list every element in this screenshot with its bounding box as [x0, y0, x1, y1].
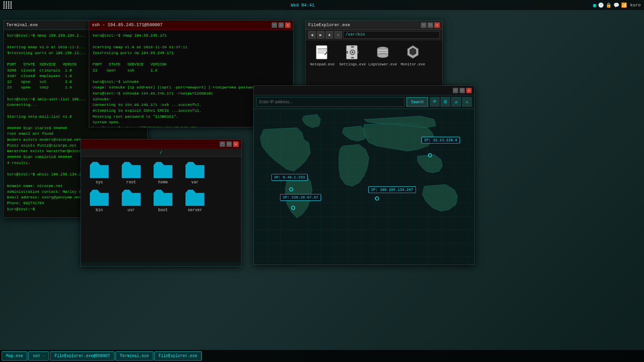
svg-rect-9: [346, 51, 348, 54]
folder-sys-label: sys: [96, 180, 103, 185]
taskbar-ssh[interactable]: ssh -: [28, 351, 49, 361]
nav-forward-btn[interactable]: ▶: [317, 31, 324, 39]
svg-rect-0: [316, 46, 327, 59]
folder-boot-icon: [154, 190, 172, 206]
topbar-right: ▣ 🕐 🔒 💬 📶 kuro: [593, 2, 641, 8]
folder-sys[interactable]: sys: [86, 162, 113, 185]
file-settings[interactable]: Settings.exe: [339, 44, 366, 66]
system-tray: ▣ 🕐 🔒 💬 📶 kuro: [593, 2, 641, 8]
folder-var[interactable]: var: [181, 162, 208, 185]
folder-root-label: root: [126, 180, 136, 185]
taskbar: Map.exe ssh - FileExplorer.exe@500007 Te…: [0, 350, 644, 362]
fileexp-main-minimize[interactable]: ─: [421, 22, 426, 28]
folder-usr-icon: [122, 190, 141, 206]
apps-grid-icon[interactable]: [3, 1, 12, 9]
fileexp-main-title: FileExplorer.exe: [308, 22, 350, 27]
fileexp-main-close[interactable]: ✕: [434, 22, 440, 28]
fileexp-root-close[interactable]: ✕: [233, 141, 238, 147]
ssh-title: ssh - 194.85.245.171@500007: [92, 22, 163, 27]
ip-marker-1: IP: 32.23.229.6: [421, 137, 460, 143]
folder-server-icon: [185, 190, 204, 206]
settings-label: Settings.exe: [339, 62, 366, 66]
taskbar-fileexp[interactable]: FileExplorer.exe: [154, 351, 202, 361]
notepad-icon: [314, 44, 331, 61]
folder-boot[interactable]: boot: [150, 190, 176, 213]
file-logviewer[interactable]: LogViewer.exe: [369, 44, 396, 66]
settings-icon: [344, 44, 361, 61]
ip-label-2: IP: 9.48.1.233: [274, 175, 305, 179]
folder-root-icon: [122, 162, 141, 178]
folder-usr[interactable]: usr: [118, 190, 145, 213]
map-screen-icon[interactable]: 🖥: [441, 97, 450, 107]
folder-home-label: home: [158, 180, 168, 185]
fileexp-main-toolbar: ◀ ▶ ▲ ⌂ /usr/bin: [306, 30, 442, 40]
map-view-icon[interactable]: 👁: [430, 97, 439, 107]
ip-marker-4: IP: 199.150.134.247: [368, 186, 416, 193]
taskbar-terminal[interactable]: Terminal.exe: [115, 351, 153, 361]
monitor-icon: [404, 44, 422, 61]
folder-bin-icon: [90, 190, 109, 206]
search-button[interactable]: Search: [407, 97, 428, 107]
ssh-maximize[interactable]: □: [278, 22, 284, 28]
map-content: IP: 32.23.229.6 IP: 9.48.1.233 IP: 220.2…: [254, 109, 474, 263]
svg-point-6: [352, 51, 354, 53]
world-map-svg: [254, 109, 474, 263]
folder-home[interactable]: home: [150, 162, 176, 185]
fileexp-main-path[interactable]: /usr/bin: [343, 31, 440, 39]
monitor-label: Monitor.exe: [401, 62, 425, 66]
taskbar-terminal-label: Terminal.exe: [120, 354, 149, 358]
ssh-close[interactable]: ✕: [285, 22, 290, 28]
taskbar-fileexp-500007[interactable]: FileExplorer.exe@500007: [50, 351, 114, 361]
folder-home-icon: [154, 162, 172, 178]
ssh-minimize[interactable]: ─: [272, 22, 277, 28]
folder-root[interactable]: root: [118, 162, 145, 185]
taskbar-ssh-label: ssh -: [33, 354, 45, 358]
map-titlebar: ─ □ ✕: [254, 86, 474, 95]
taskbar-map[interactable]: Map.exe: [2, 351, 27, 361]
map-settings-icon[interactable]: ✕: [462, 97, 472, 107]
fileexp-root-minimize[interactable]: ─: [220, 141, 225, 147]
fileexp-main-maximize[interactable]: □: [428, 22, 433, 28]
folder-var-label: var: [191, 180, 199, 185]
ip-label-4: IP: 199.150.134.247: [371, 188, 413, 192]
topbar: Wed 04:41 ▣ 🕐 🔒 💬 📶 kuro: [0, 0, 644, 10]
ip-dot-1: [428, 153, 432, 157]
clock-icon: 🕐: [598, 2, 604, 8]
ip-dot-4: [375, 196, 379, 200]
map-minimize[interactable]: ─: [453, 88, 458, 93]
user-label: kuro: [630, 3, 641, 8]
nav-back-btn[interactable]: ◀: [308, 31, 316, 39]
folder-bin-label: bin: [96, 208, 103, 213]
topbar-datetime: Wed 04:41: [291, 3, 314, 8]
terminal-bg-title: Terminal.exe: [6, 22, 38, 27]
map-maximize[interactable]: □: [460, 88, 465, 93]
ssh-titlebar: ssh - 194.85.245.171@500007 ─ □ ✕: [89, 20, 293, 30]
ip-label-1: IP: 32.23.229.6: [424, 138, 457, 142]
nav-up-btn[interactable]: ▲: [326, 31, 333, 39]
nav-home-btn[interactable]: ⌂: [334, 31, 342, 39]
ip-label-3: IP: 220.29.67.37: [283, 195, 318, 199]
svg-rect-8: [351, 57, 354, 58]
map-close[interactable]: ✕: [466, 88, 472, 93]
file-monitor[interactable]: Monitor.exe: [399, 44, 426, 66]
map-share-icon[interactable]: ⇄: [451, 97, 461, 107]
map-controls: ─ □ ✕: [453, 88, 472, 93]
fileexp-main-controls: ─ □ ✕: [421, 22, 440, 28]
file-notepad[interactable]: Notepad.exe: [309, 44, 336, 66]
ip-marker-2: IP: 9.48.1.233: [271, 174, 308, 181]
fileexp-root-maximize[interactable]: □: [226, 141, 232, 147]
svg-point-13: [377, 54, 388, 58]
topbar-left: [3, 1, 12, 9]
fileexp-root-content: sys root home var bin usr: [81, 157, 241, 262]
folder-server-label: server: [187, 208, 202, 213]
ip-input[interactable]: [256, 97, 405, 107]
folder-boot-label: boot: [158, 208, 168, 213]
folder-usr-label: usr: [127, 208, 135, 213]
taskbar-map-label: Map.exe: [6, 354, 23, 358]
fileexp-main-window: FileExplorer.exe ─ □ ✕ ◀ ▶ ▲ ⌂ /usr/bin: [305, 20, 443, 94]
map-icon-buttons: 👁 🖥 ⇄ ✕: [430, 97, 472, 107]
folder-bin[interactable]: bin: [86, 190, 113, 213]
folder-server[interactable]: server: [181, 190, 208, 213]
wifi-icon: 📶: [621, 2, 627, 8]
map-window: ─ □ ✕ Search 👁 🖥 ⇄ ✕: [253, 85, 475, 265]
